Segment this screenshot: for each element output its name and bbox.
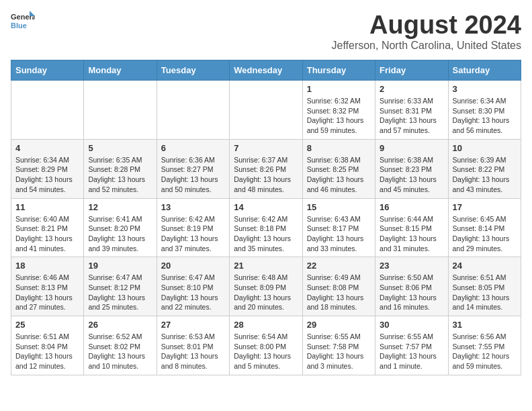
day-number: 20 [161, 261, 225, 271]
day-info: Sunrise: 6:37 AM Sunset: 8:26 PM Dayligh… [234, 155, 298, 195]
day-info: Sunrise: 6:38 AM Sunset: 8:23 PM Dayligh… [380, 155, 443, 195]
week-row-3: 11Sunrise: 6:40 AM Sunset: 8:21 PM Dayli… [11, 198, 521, 257]
day-number: 19 [88, 261, 152, 271]
day-number: 29 [307, 320, 371, 330]
day-info: Sunrise: 6:39 AM Sunset: 8:22 PM Dayligh… [453, 155, 517, 195]
day-cell [230, 81, 302, 140]
day-cell [157, 81, 229, 140]
day-number: 31 [453, 320, 517, 330]
day-number: 22 [307, 261, 371, 271]
day-cell: 23Sunrise: 6:50 AM Sunset: 8:06 PM Dayli… [375, 257, 448, 316]
day-cell: 21Sunrise: 6:48 AM Sunset: 8:09 PM Dayli… [230, 257, 302, 316]
day-info: Sunrise: 6:32 AM Sunset: 8:32 PM Dayligh… [307, 96, 371, 136]
day-info: Sunrise: 6:55 AM Sunset: 7:57 PM Dayligh… [380, 332, 443, 371]
day-number: 5 [88, 143, 152, 153]
day-number: 7 [234, 143, 298, 153]
day-number: 25 [15, 320, 79, 330]
day-cell: 24Sunrise: 6:51 AM Sunset: 8:05 PM Dayli… [448, 257, 521, 316]
col-header-thursday: Thursday [302, 60, 375, 81]
logo-icon: General Blue [11, 11, 35, 35]
day-cell: 2Sunrise: 6:33 AM Sunset: 8:31 PM Daylig… [375, 81, 448, 140]
day-number: 21 [234, 261, 298, 271]
header: General Blue August 2024 Jefferson, Nort… [11, 11, 521, 52]
day-cell: 5Sunrise: 6:35 AM Sunset: 8:28 PM Daylig… [84, 139, 157, 198]
day-number: 2 [380, 84, 443, 94]
day-info: Sunrise: 6:51 AM Sunset: 8:04 PM Dayligh… [15, 332, 79, 371]
day-info: Sunrise: 6:41 AM Sunset: 8:20 PM Dayligh… [88, 214, 152, 254]
day-info: Sunrise: 6:34 AM Sunset: 8:30 PM Dayligh… [453, 96, 517, 136]
header-row: SundayMondayTuesdayWednesdayThursdayFrid… [11, 60, 521, 81]
day-cell: 11Sunrise: 6:40 AM Sunset: 8:21 PM Dayli… [11, 198, 84, 257]
day-cell: 30Sunrise: 6:55 AM Sunset: 7:57 PM Dayli… [375, 316, 448, 375]
day-cell: 15Sunrise: 6:43 AM Sunset: 8:17 PM Dayli… [302, 198, 375, 257]
day-info: Sunrise: 6:53 AM Sunset: 8:01 PM Dayligh… [161, 332, 225, 371]
day-number: 14 [234, 202, 298, 212]
day-number: 23 [380, 261, 443, 271]
day-number: 1 [307, 84, 371, 94]
day-info: Sunrise: 6:54 AM Sunset: 8:00 PM Dayligh… [234, 332, 298, 371]
title-area: August 2024 Jefferson, North Carolina, U… [331, 11, 521, 52]
day-number: 15 [307, 202, 371, 212]
day-info: Sunrise: 6:43 AM Sunset: 8:17 PM Dayligh… [307, 214, 371, 254]
day-cell: 1Sunrise: 6:32 AM Sunset: 8:32 PM Daylig… [302, 81, 375, 140]
day-cell: 17Sunrise: 6:45 AM Sunset: 8:14 PM Dayli… [448, 198, 521, 257]
day-number: 11 [15, 202, 79, 212]
day-info: Sunrise: 6:47 AM Sunset: 8:12 PM Dayligh… [88, 273, 152, 312]
day-info: Sunrise: 6:42 AM Sunset: 8:19 PM Dayligh… [161, 214, 225, 254]
day-number: 27 [161, 320, 225, 330]
day-cell: 31Sunrise: 6:56 AM Sunset: 7:55 PM Dayli… [448, 316, 521, 375]
calendar-table: SundayMondayTuesdayWednesdayThursdayFrid… [11, 60, 521, 375]
day-info: Sunrise: 6:47 AM Sunset: 8:10 PM Dayligh… [161, 273, 225, 312]
day-number: 13 [161, 202, 225, 212]
day-info: Sunrise: 6:38 AM Sunset: 8:25 PM Dayligh… [307, 155, 371, 195]
day-number: 17 [453, 202, 517, 212]
day-info: Sunrise: 6:40 AM Sunset: 8:21 PM Dayligh… [15, 214, 79, 254]
day-info: Sunrise: 6:49 AM Sunset: 8:08 PM Dayligh… [307, 273, 371, 312]
day-cell: 6Sunrise: 6:36 AM Sunset: 8:27 PM Daylig… [157, 139, 229, 198]
day-info: Sunrise: 6:50 AM Sunset: 8:06 PM Dayligh… [380, 273, 443, 312]
week-row-2: 4Sunrise: 6:34 AM Sunset: 8:29 PM Daylig… [11, 139, 521, 198]
day-info: Sunrise: 6:56 AM Sunset: 7:55 PM Dayligh… [453, 332, 517, 371]
day-info: Sunrise: 6:33 AM Sunset: 8:31 PM Dayligh… [380, 96, 443, 136]
col-header-saturday: Saturday [448, 60, 521, 81]
day-info: Sunrise: 6:55 AM Sunset: 7:58 PM Dayligh… [307, 332, 371, 371]
col-header-friday: Friday [375, 60, 448, 81]
day-info: Sunrise: 6:52 AM Sunset: 8:02 PM Dayligh… [88, 332, 152, 371]
day-number: 30 [380, 320, 443, 330]
day-number: 28 [234, 320, 298, 330]
week-row-4: 18Sunrise: 6:46 AM Sunset: 8:13 PM Dayli… [11, 257, 521, 316]
day-number: 9 [380, 143, 443, 153]
day-cell [84, 81, 157, 140]
day-cell: 10Sunrise: 6:39 AM Sunset: 8:22 PM Dayli… [448, 139, 521, 198]
day-cell: 28Sunrise: 6:54 AM Sunset: 8:00 PM Dayli… [230, 316, 302, 375]
day-cell: 12Sunrise: 6:41 AM Sunset: 8:20 PM Dayli… [84, 198, 157, 257]
day-info: Sunrise: 6:36 AM Sunset: 8:27 PM Dayligh… [161, 155, 225, 195]
week-row-5: 25Sunrise: 6:51 AM Sunset: 8:04 PM Dayli… [11, 316, 521, 375]
day-cell: 14Sunrise: 6:42 AM Sunset: 8:18 PM Dayli… [230, 198, 302, 257]
col-header-monday: Monday [84, 60, 157, 81]
day-number: 3 [453, 84, 517, 94]
day-info: Sunrise: 6:51 AM Sunset: 8:05 PM Dayligh… [453, 273, 517, 312]
day-info: Sunrise: 6:44 AM Sunset: 8:15 PM Dayligh… [380, 214, 443, 254]
col-header-wednesday: Wednesday [230, 60, 302, 81]
day-number: 6 [161, 143, 225, 153]
logo: General Blue [11, 11, 35, 35]
main-title: August 2024 [331, 11, 521, 40]
day-number: 8 [307, 143, 371, 153]
day-cell: 20Sunrise: 6:47 AM Sunset: 8:10 PM Dayli… [157, 257, 229, 316]
day-cell: 4Sunrise: 6:34 AM Sunset: 8:29 PM Daylig… [11, 139, 84, 198]
day-cell: 27Sunrise: 6:53 AM Sunset: 8:01 PM Dayli… [157, 316, 229, 375]
day-cell: 26Sunrise: 6:52 AM Sunset: 8:02 PM Dayli… [84, 316, 157, 375]
day-info: Sunrise: 6:34 AM Sunset: 8:29 PM Dayligh… [15, 155, 79, 195]
day-cell: 29Sunrise: 6:55 AM Sunset: 7:58 PM Dayli… [302, 316, 375, 375]
day-number: 16 [380, 202, 443, 212]
day-cell: 25Sunrise: 6:51 AM Sunset: 8:04 PM Dayli… [11, 316, 84, 375]
day-cell: 22Sunrise: 6:49 AM Sunset: 8:08 PM Dayli… [302, 257, 375, 316]
day-number: 18 [15, 261, 79, 271]
day-cell: 9Sunrise: 6:38 AM Sunset: 8:23 PM Daylig… [375, 139, 448, 198]
day-cell: 18Sunrise: 6:46 AM Sunset: 8:13 PM Dayli… [11, 257, 84, 316]
day-number: 12 [88, 202, 152, 212]
day-number: 4 [15, 143, 79, 153]
subtitle: Jefferson, North Carolina, United States [331, 40, 521, 52]
day-cell: 16Sunrise: 6:44 AM Sunset: 8:15 PM Dayli… [375, 198, 448, 257]
